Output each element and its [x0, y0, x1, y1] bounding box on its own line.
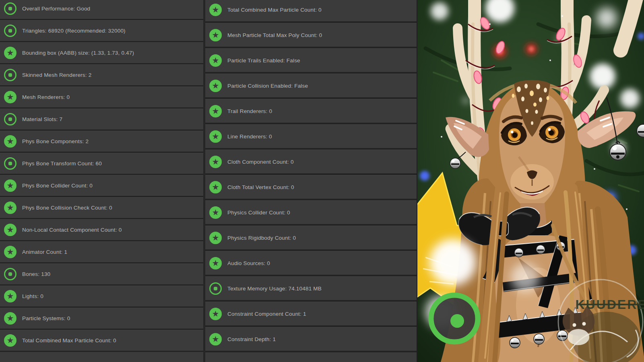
- stat-row[interactable]: Overall Performance: Good: [0, 0, 203, 20]
- rank-excellent-icon: [209, 156, 222, 168]
- rank-excellent-icon: [209, 105, 222, 117]
- stat-row[interactable]: Material Slots: 7: [0, 109, 203, 131]
- stat-row[interactable]: Mesh Particle Total Max Poly Count: 0: [205, 23, 417, 48]
- avatar-performance-stats-screen: Overall Performance: Good Triangles: 689…: [0, 0, 644, 362]
- rank-excellent-icon: [4, 202, 17, 214]
- rank-good-icon: [4, 157, 17, 170]
- rank-excellent-icon: [209, 29, 222, 41]
- stat-row[interactable]: Total Combined Max Particle Count: 0: [0, 330, 203, 352]
- stat-label: Overall Performance: Good: [22, 6, 90, 12]
- rank-excellent-icon: [209, 308, 222, 320]
- stat-row[interactable]: Mesh Renderers: 0: [0, 86, 203, 109]
- stat-label: Material Slots: 7: [22, 116, 62, 122]
- stat-row[interactable]: Particle Systems: 0: [0, 308, 203, 330]
- rank-excellent-icon: [4, 312, 17, 325]
- stat-label: Mesh Renderers: 0: [22, 94, 70, 100]
- rank-good-icon: [4, 268, 17, 280]
- stat-row[interactable]: Phys Bone Collider Count: 0: [0, 175, 203, 197]
- stat-row[interactable]: Phys Bone Components: 2: [0, 131, 203, 153]
- rank-excellent-icon: [209, 257, 222, 269]
- stat-row[interactable]: Lights: 0: [0, 286, 203, 308]
- rank-excellent-icon: [209, 4, 222, 16]
- stat-label: Triangles: 68920 (Recommended: 32000): [22, 28, 126, 34]
- rank-good-icon: [4, 2, 17, 15]
- stat-label: Phys Bone Transform Count: 60: [22, 160, 102, 167]
- rank-good-icon: [4, 113, 17, 125]
- stat-label: Cloth Total Vertex Count: 0: [227, 184, 294, 190]
- stat-row[interactable]: Physics Rigidbody Count: 0: [205, 226, 417, 251]
- rank-excellent-icon: [209, 54, 222, 67]
- rank-excellent-icon: [209, 130, 222, 143]
- stat-label: Physics Collider Count: 0: [227, 210, 290, 216]
- rank-excellent-icon: [4, 290, 17, 302]
- rank-excellent-icon: [4, 179, 17, 192]
- stat-label: Total Combined Max Particle Count: 0: [227, 7, 322, 13]
- stat-label: Particle Trails Enabled: False: [227, 58, 300, 64]
- stat-label: Phys Bone Collision Check Count: 0: [22, 205, 112, 211]
- rank-excellent-icon: [4, 246, 17, 258]
- stat-row[interactable]: Audio Sources: 0: [205, 251, 417, 276]
- stat-label: Constraint Depth: 1: [227, 336, 276, 342]
- stat-row[interactable]: Phys Bone Collision Check Count: 0: [0, 197, 203, 219]
- stat-row[interactable]: Line Renderers: 0: [205, 124, 417, 150]
- rank-good-icon: [4, 69, 17, 81]
- rank-excellent-icon: [209, 80, 222, 92]
- stat-label: Bounding box (AABB) size: (1.33, 1.73, 0…: [22, 50, 134, 56]
- stat-label: Non-Local Contact Component Count: 0: [22, 227, 122, 233]
- rank-excellent-icon: [4, 47, 17, 59]
- stat-label: Bones: 130: [22, 271, 50, 277]
- stats-panel-middle: Total Combined Max Particle Count: 0 Mes…: [203, 0, 417, 362]
- avatar-illustration: KUUDERE: [417, 0, 644, 362]
- stat-label: Physics Rigidbody Count: 0: [227, 235, 296, 241]
- stat-row[interactable]: Triangles: 68920 (Recommended: 32000): [0, 20, 203, 42]
- stat-label: Particle Collision Enabled: False: [227, 83, 308, 89]
- avatar-3d-preview[interactable]: KUUDERE: [417, 0, 644, 362]
- rank-good-icon: [4, 25, 17, 37]
- stat-row[interactable]: Skinned Mesh Renderers: 2: [0, 64, 203, 86]
- stat-label: Particle Systems: 0: [22, 315, 70, 321]
- stat-row[interactable]: Trail Renderers: 0: [205, 99, 417, 124]
- stat-label: Audio Sources: 0: [227, 260, 270, 266]
- stat-row[interactable]: Physics Collider Count: 0: [205, 200, 417, 226]
- stat-row[interactable]: Texture Memory Usage: 74.10481 MB: [205, 276, 417, 302]
- stat-row[interactable]: Constraint Depth: 1: [205, 327, 417, 352]
- rank-excellent-icon: [209, 333, 222, 346]
- stat-row[interactable]: Total Combined Max Particle Count: 0: [205, 0, 417, 23]
- rank-excellent-icon: [4, 135, 17, 148]
- rank-good-icon: [209, 282, 222, 295]
- stats-panel-left: Overall Performance: Good Triangles: 689…: [0, 0, 203, 362]
- stat-label: Phys Bone Components: 2: [22, 138, 89, 144]
- stat-row[interactable]: Bones: 130: [0, 263, 203, 286]
- stat-label: Cloth Component Count: 0: [227, 159, 294, 165]
- stat-label: Mesh Particle Total Max Poly Count: 0: [227, 32, 322, 38]
- stat-row[interactable]: Cloth Total Vertex Count: 0: [205, 175, 417, 200]
- stat-label: Lights: 0: [22, 293, 43, 299]
- stat-label: Texture Memory Usage: 74.10481 MB: [227, 286, 322, 292]
- rank-excellent-icon: [4, 334, 17, 347]
- stat-row[interactable]: Bounding box (AABB) size: (1.33, 1.73, 0…: [0, 42, 203, 64]
- stat-row[interactable]: Particle Collision Enabled: False: [205, 74, 417, 99]
- stat-label: Phys Bone Collider Count: 0: [22, 183, 93, 189]
- stat-row[interactable]: Cloth Component Count: 0: [205, 150, 417, 175]
- rank-excellent-icon: [209, 206, 222, 219]
- stat-row[interactable]: Phys Bone Transform Count: 60: [0, 153, 203, 175]
- stat-label: Skinned Mesh Renderers: 2: [22, 72, 91, 78]
- rank-excellent-icon: [4, 91, 17, 103]
- rank-excellent-icon: [209, 181, 222, 193]
- stat-label: Line Renderers: 0: [227, 134, 272, 140]
- rank-excellent-icon: [4, 224, 17, 236]
- stat-row[interactable]: Animator Count: 1: [0, 241, 203, 263]
- stat-row[interactable]: Particle Trails Enabled: False: [205, 48, 417, 74]
- stat-label: Trail Renderers: 0: [227, 108, 272, 114]
- rank-excellent-icon: [209, 232, 222, 244]
- stat-row[interactable]: Constraint Component Count: 1: [205, 302, 417, 327]
- stat-label: Constraint Component Count: 1: [227, 311, 306, 317]
- stat-row[interactable]: Non-Local Contact Component Count: 0: [0, 219, 203, 241]
- performance-rank-good-badge: [431, 295, 478, 342]
- stat-label: Animator Count: 1: [22, 249, 67, 255]
- stat-label: Total Combined Max Particle Count: 0: [22, 337, 116, 343]
